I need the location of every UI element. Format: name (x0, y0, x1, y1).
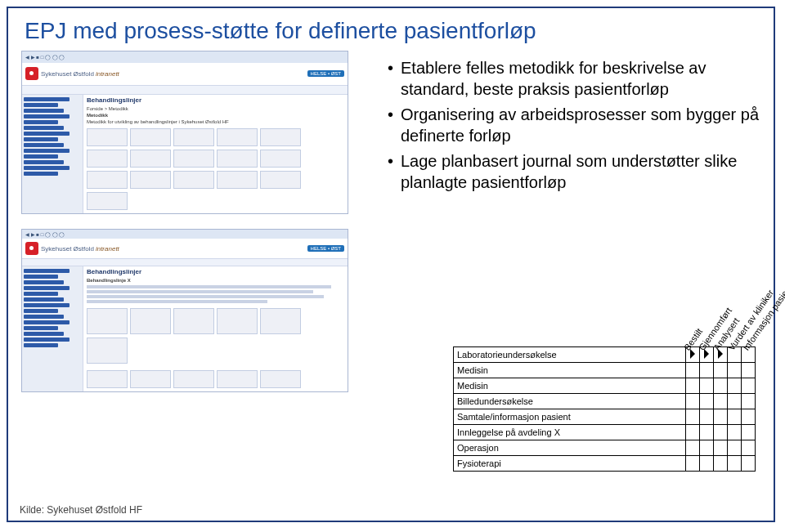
thumb1-section: Metodikk (87, 113, 344, 118)
bullet-2: Organisering av arbeidsprosesser som byg… (388, 104, 760, 147)
grid-table: Laboratorieundersøkelse Medisin Medisin … (453, 346, 756, 472)
thumb1-org: Sykehuset Østfold (41, 70, 94, 78)
row-medisin1: Medisin (454, 363, 686, 378)
thumb2-flow2 (87, 369, 344, 390)
bullet-list: Etablere felles metodikk for beskrivelse… (388, 57, 760, 193)
thumb2-brand: intranett (96, 245, 119, 253)
thumb1-title: Behandlingslinjer (87, 96, 344, 104)
row-billed: Billedundersøkelse (454, 394, 686, 409)
thumb2-org: Sykehuset Østfold (41, 245, 94, 253)
hospital-logo-icon (25, 242, 38, 255)
thumb2-section: Behandlingslinje X (87, 278, 344, 283)
thumb1-navbar (22, 86, 348, 95)
thumb1-sidebar (22, 95, 83, 213)
thumb1-breadcrumb: Forside > Metodikk (87, 106, 344, 111)
thumb2-flow (87, 306, 344, 365)
intranet-screenshot-1: ◀ ▶ ■ □ ◯ ◯ ◯ Sykehuset Østfold intranet… (21, 51, 348, 214)
intranet-screenshot-2: ◀ ▶ ■ □ ◯ ◯ ◯ Sykehuset Østfold intranet… (21, 229, 348, 392)
row-medisin2: Medisin (454, 378, 686, 394)
slide-title: EPJ med prosess-støtte for definerte pas… (8, 8, 774, 44)
thumb1-toolbar: ◀ ▶ ■ □ ◯ ◯ ◯ (22, 51, 348, 63)
thumb2-toolbar: ◀ ▶ ■ □ ◯ ◯ ◯ (22, 230, 348, 239)
thumb2-title: Behandlingslinjer (87, 268, 344, 275)
thumb1-badge: HELSE • ØST (307, 70, 344, 77)
bullet-3: Lage planbasert journal som understøtter… (388, 150, 760, 194)
thumb2-badge: HELSE • ØST (307, 245, 344, 252)
process-grid: Bestilt Gjennomført Analysert Vurdert av… (453, 346, 756, 472)
grid-column-headers: Bestilt Gjennomført Analysert Vurdert av… (682, 284, 756, 354)
row-samtale: Samtale/informasjon pasient (454, 409, 686, 425)
hospital-logo-icon (25, 67, 38, 80)
row-operasjon: Operasjon (454, 440, 686, 456)
thumb2-navbar (22, 259, 348, 266)
thumb1-brand: intranett (96, 70, 119, 78)
row-fysioterapi: Fysioterapi (454, 456, 686, 472)
source-credit: Kilde: Sykehuset Østfold HF (20, 504, 142, 516)
thumb2-header: Sykehuset Østfold intranett HELSE • ØST (22, 239, 348, 259)
thumb1-heading: Metodikk for utvikling av behandlingslin… (87, 119, 344, 124)
thumb1-header: Sykehuset Østfold intranett HELSE • ØST (22, 63, 348, 87)
thumb2-sidebar (22, 266, 83, 391)
thumb2-paragraph (87, 284, 344, 305)
bullet-1: Etablere felles metodikk for beskrivelse… (388, 57, 760, 101)
row-lab: Laboratorieundersøkelse (454, 347, 686, 363)
row-innleggelse: Innleggelse på avdeling X (454, 425, 686, 440)
thumb1-flow (87, 127, 344, 212)
